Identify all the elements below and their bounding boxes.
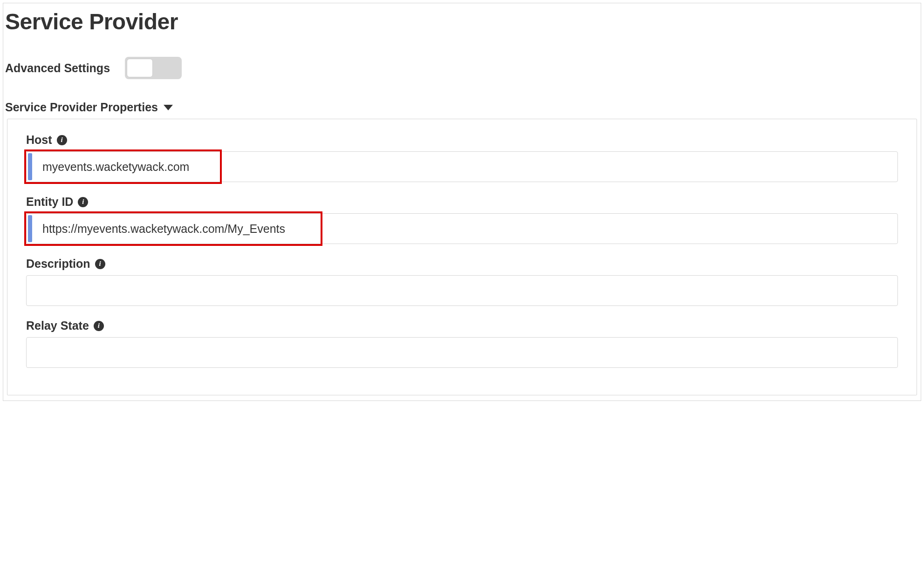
host-input[interactable] (26, 151, 898, 182)
info-icon[interactable]: i (78, 197, 88, 207)
input-accent-bar (28, 215, 32, 242)
description-input[interactable] (26, 275, 898, 306)
entity-id-label-row: Entity ID i (26, 195, 898, 209)
input-accent-bar (28, 153, 32, 180)
relay-state-label: Relay State (26, 319, 89, 332)
page-frame: Service Provider Advanced Settings Servi… (3, 3, 921, 401)
properties-panel: Host i Entity ID i Description (7, 119, 917, 395)
caret-down-icon (164, 105, 173, 110)
section-title: Service Provider Properties (5, 101, 158, 114)
advanced-settings-toggle[interactable] (125, 57, 182, 79)
host-label: Host (26, 133, 52, 147)
info-icon[interactable]: i (57, 135, 67, 145)
description-label-row: Description i (26, 257, 898, 271)
description-label: Description (26, 257, 90, 271)
form-group-host: Host i (26, 133, 898, 182)
relay-state-input-wrap (26, 337, 898, 368)
section-header[interactable]: Service Provider Properties (3, 87, 921, 119)
description-input-wrap (26, 275, 898, 306)
relay-state-label-row: Relay State i (26, 319, 898, 332)
relay-state-input[interactable] (26, 337, 898, 368)
toggle-knob (127, 59, 153, 77)
entity-id-input-wrap (26, 213, 898, 244)
info-icon[interactable]: i (95, 259, 105, 269)
entity-id-input[interactable] (26, 213, 898, 244)
form-group-description: Description i (26, 257, 898, 306)
advanced-settings-label: Advanced Settings (5, 61, 110, 75)
host-input-wrap (26, 151, 898, 182)
form-group-relay-state: Relay State i (26, 319, 898, 368)
host-label-row: Host i (26, 133, 898, 147)
info-icon[interactable]: i (94, 321, 104, 331)
page-title: Service Provider (3, 3, 921, 38)
entity-id-label: Entity ID (26, 195, 73, 209)
form-group-entity-id: Entity ID i (26, 195, 898, 244)
advanced-settings-row: Advanced Settings (3, 38, 921, 87)
